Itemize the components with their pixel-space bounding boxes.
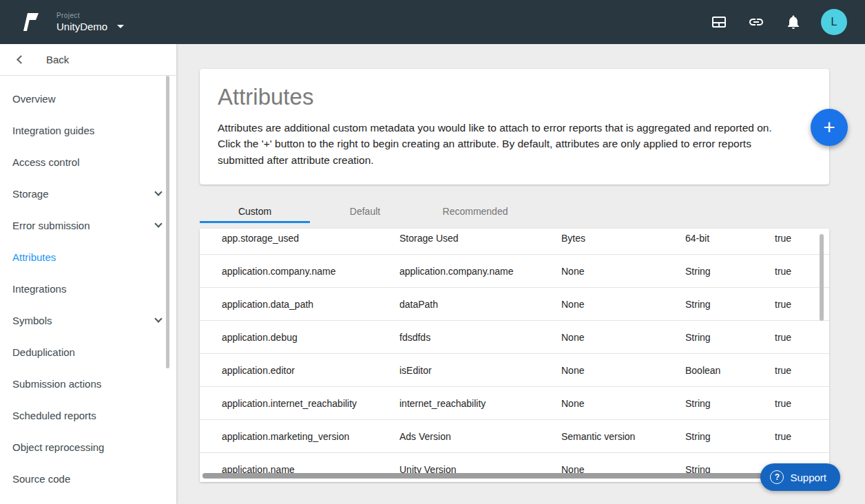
sidebar-item-label: Attributes: [12, 251, 56, 263]
table-cell: true: [775, 431, 829, 442]
table-cell: true: [775, 398, 829, 409]
project-name: UnityDemo: [56, 21, 107, 32]
table-row[interactable]: application.company.nameapplication.comp…: [200, 255, 829, 288]
page-title: Attributes: [218, 84, 785, 110]
sidebar-item-integrations[interactable]: Integrations: [0, 273, 176, 304]
tab-custom[interactable]: Custom: [200, 200, 310, 223]
sidebar-item-integration-guides[interactable]: Integration guides: [0, 114, 176, 146]
table-cell: String: [685, 332, 775, 343]
chevron-down-icon: [154, 315, 162, 322]
sidebar-item-label: Scheduled reports: [12, 410, 96, 421]
table-cell: String: [685, 266, 775, 277]
sidebar-item-storage[interactable]: Storage: [0, 178, 176, 209]
link-icon[interactable]: [748, 14, 764, 30]
sidebar-item-label: Integrations: [12, 283, 66, 295]
sidebar-item-attributes[interactable]: Attributes: [0, 241, 176, 273]
sidebar-item-label: Source code: [12, 473, 70, 485]
settings-sidebar: Back OverviewIntegration guidesAccess co…: [0, 44, 176, 504]
sidebar-item-symbols[interactable]: Symbols: [0, 304, 176, 336]
chevron-left-icon: [17, 55, 25, 64]
support-button[interactable]: ? Support: [760, 463, 840, 491]
table-cell: Bytes: [561, 233, 685, 244]
sidebar-item-label: Deduplication: [12, 346, 75, 358]
project-label: Project: [56, 12, 124, 19]
table-cell: app.storage_used: [200, 233, 399, 244]
sidebar-item-error-submission[interactable]: Error submission: [0, 209, 176, 241]
help-question-icon: ?: [770, 470, 784, 484]
table-vertical-scrollbar[interactable]: [820, 234, 824, 321]
table-cell: None: [561, 365, 685, 376]
attributes-table: app.storage_usedStorage UsedBytes64-bitt…: [200, 229, 829, 482]
sidebar-item-deduplication[interactable]: Deduplication: [0, 336, 176, 368]
table-cell: String: [685, 431, 775, 442]
support-label: Support: [790, 472, 826, 483]
sidebar-item-scheduled-reports[interactable]: Scheduled reports: [0, 399, 176, 431]
sidebar-item-overview[interactable]: Overview: [0, 83, 176, 114]
table-cell: Boolean: [685, 365, 775, 376]
back-button[interactable]: Back: [0, 44, 176, 76]
sidebar-item-submission-actions[interactable]: Submission actions: [0, 368, 176, 399]
table-cell: isEditor: [399, 365, 561, 376]
table-row[interactable]: application.debugfdsdfdsNoneStringtrue: [200, 321, 829, 354]
table-row[interactable]: app.storage_usedStorage UsedBytes64-bitt…: [200, 229, 829, 255]
back-label: Back: [46, 54, 69, 65]
sidebar-item-label: Error submission: [12, 220, 90, 231]
table-cell: internet_reachability: [399, 398, 561, 409]
table-cell: true: [775, 365, 829, 376]
sidebar-item-source-code[interactable]: Source code: [0, 463, 176, 494]
table-cell: Ads Version: [399, 431, 561, 442]
grid-view-icon[interactable]: [711, 14, 727, 30]
sidebar-item-object-reprocessing[interactable]: Object reprocessing: [0, 431, 176, 463]
sidebar-item-label: Storage: [12, 188, 49, 200]
topbar: Project UnityDemo L: [0, 0, 865, 44]
table-cell: String: [685, 398, 775, 409]
table-cell: None: [561, 398, 685, 409]
table-cell: Semantic version: [561, 431, 685, 442]
user-avatar[interactable]: L: [821, 9, 847, 35]
sidebar-scrollbar[interactable]: [166, 76, 169, 368]
chevron-down-icon: [154, 188, 162, 196]
sidebar-item-label: Access control: [12, 156, 80, 168]
chevron-down-icon: [117, 25, 124, 28]
table-cell: None: [561, 266, 685, 277]
tab-recommended[interactable]: Recommended: [420, 200, 530, 223]
table-cell: None: [561, 332, 685, 343]
sidebar-item-label: Overview: [12, 93, 56, 105]
table-horizontal-scrollbar-track: [202, 473, 826, 479]
table-row[interactable]: application.marketing_versionAds Version…: [200, 420, 829, 453]
attribute-tabs: CustomDefaultRecommended: [200, 200, 530, 223]
main-content: Attributes Attributes are additional cus…: [176, 44, 865, 504]
table-row[interactable]: application.internet_reachabilityinterne…: [200, 387, 829, 420]
add-attribute-button[interactable]: +: [811, 109, 848, 146]
chevron-down-icon: [154, 220, 162, 227]
sidebar-item-label: Submission actions: [12, 378, 101, 390]
table-cell: application.company.name: [200, 266, 399, 277]
table-cell: String: [685, 299, 775, 310]
table-cell: fdsdfds: [399, 332, 561, 343]
table-cell: None: [561, 299, 685, 310]
tab-default[interactable]: Default: [310, 200, 420, 223]
notifications-bell-icon[interactable]: [785, 14, 802, 30]
sidebar-item-label: Integration guides: [12, 125, 94, 136]
sidebar-item-label: Object reprocessing: [12, 441, 104, 453]
table-cell: 64-bit: [685, 233, 775, 244]
project-selector[interactable]: Project UnityDemo: [56, 12, 124, 32]
attributes-table-card: app.storage_usedStorage UsedBytes64-bitt…: [200, 229, 829, 482]
table-horizontal-scrollbar[interactable]: [202, 473, 808, 479]
table-row[interactable]: application.editorisEditorNoneBooleantru…: [200, 354, 829, 387]
table-cell: true: [775, 332, 829, 343]
table-cell: application.data_path: [200, 299, 399, 310]
table-cell: application.debug: [200, 332, 399, 343]
page-description: Attributes are additional custom metadat…: [218, 120, 785, 168]
sidebar-item-label: Symbols: [12, 315, 52, 326]
table-cell: application.internet_reachability: [200, 398, 399, 409]
table-cell: application.marketing_version: [200, 431, 399, 442]
attributes-intro-card: Attributes Attributes are additional cus…: [200, 69, 829, 185]
backtrace-logo-icon: [18, 12, 41, 32]
sidebar-nav: OverviewIntegration guidesAccess control…: [0, 76, 176, 494]
table-cell: dataPath: [399, 299, 561, 310]
table-row[interactable]: application.data_pathdataPathNoneStringt…: [200, 288, 829, 321]
table-cell: application.editor: [200, 365, 399, 376]
sidebar-item-access-control[interactable]: Access control: [0, 146, 176, 178]
table-cell: Storage Used: [399, 233, 561, 244]
